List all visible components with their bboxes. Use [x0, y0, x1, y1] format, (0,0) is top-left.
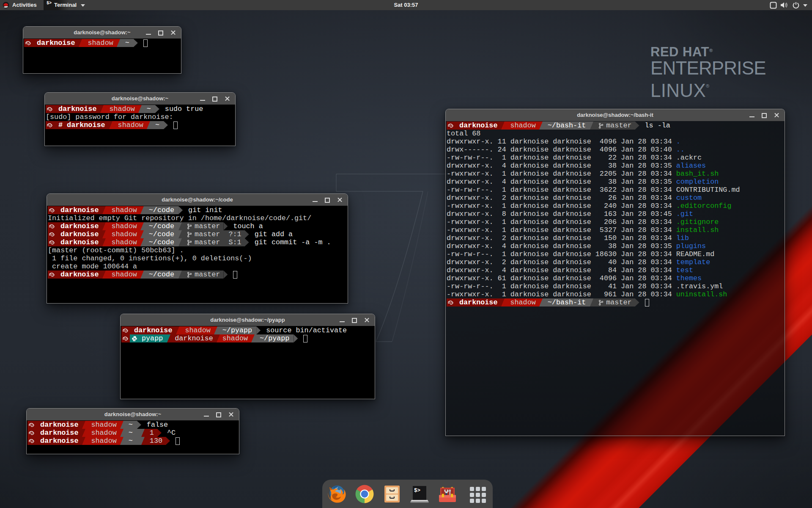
svg-text:$>: $> — [414, 488, 420, 494]
